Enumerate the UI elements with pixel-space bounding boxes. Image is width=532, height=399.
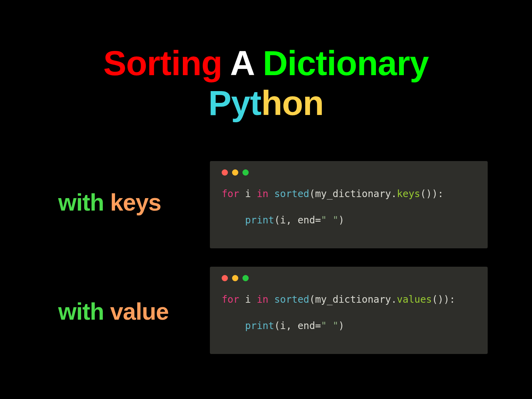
- minimize-icon: [232, 275, 238, 281]
- slide-canvas: Sorting A Dictionary Python with keys fo…: [44, 35, 488, 364]
- code-card-values: for i in sorted(my_dictionary.values()):…: [210, 267, 488, 354]
- window-controls: [210, 161, 488, 176]
- row-label-value: with value: [58, 298, 169, 325]
- tok-method: values: [397, 294, 432, 305]
- close-icon: [222, 275, 228, 281]
- tok-print-args: i, end=: [280, 214, 321, 226]
- tok-print: print: [245, 320, 274, 331]
- code-block-values: for i in sorted(my_dictionary.values()):…: [210, 281, 488, 332]
- title-word-sorting: Sorting: [103, 44, 222, 82]
- tok-str: " ": [321, 320, 339, 331]
- title-word-dictionary: Dictionary: [263, 44, 429, 82]
- label-word: keys: [110, 189, 161, 215]
- tok-str: " ": [321, 214, 339, 226]
- minimize-icon: [232, 169, 238, 176]
- tok-method: keys: [397, 188, 420, 200]
- row-label-keys: with keys: [58, 189, 161, 216]
- title-word-hon: hon: [261, 83, 323, 122]
- tok-obj: my_dictionary: [315, 188, 391, 200]
- code-block-keys: for i in sorted(my_dictionary.keys()): p…: [210, 176, 488, 227]
- label-word: value: [110, 298, 169, 325]
- title-word-a: A: [230, 44, 254, 82]
- tok-for: for: [222, 188, 239, 200]
- close-icon: [222, 169, 228, 176]
- tok-var: i: [245, 188, 251, 200]
- tok-obj: my_dictionary: [315, 294, 391, 305]
- title-word-pyt: Pyt: [209, 83, 261, 122]
- tok-sorted: sorted: [274, 294, 309, 305]
- tok-in: in: [257, 294, 268, 305]
- label-with: with: [58, 298, 104, 325]
- tok-for: for: [222, 294, 239, 305]
- tok-in: in: [257, 188, 268, 200]
- tok-var: i: [245, 294, 251, 305]
- tok-print-args: i, end=: [280, 320, 321, 331]
- slide-title: Sorting A Dictionary Python: [44, 45, 488, 121]
- label-with: with: [58, 189, 104, 215]
- maximize-icon: [242, 275, 249, 281]
- window-controls: [210, 267, 488, 281]
- tok-sorted: sorted: [274, 188, 309, 200]
- maximize-icon: [242, 169, 249, 176]
- code-card-keys: for i in sorted(my_dictionary.keys()): p…: [210, 161, 488, 248]
- tok-print: print: [245, 214, 274, 226]
